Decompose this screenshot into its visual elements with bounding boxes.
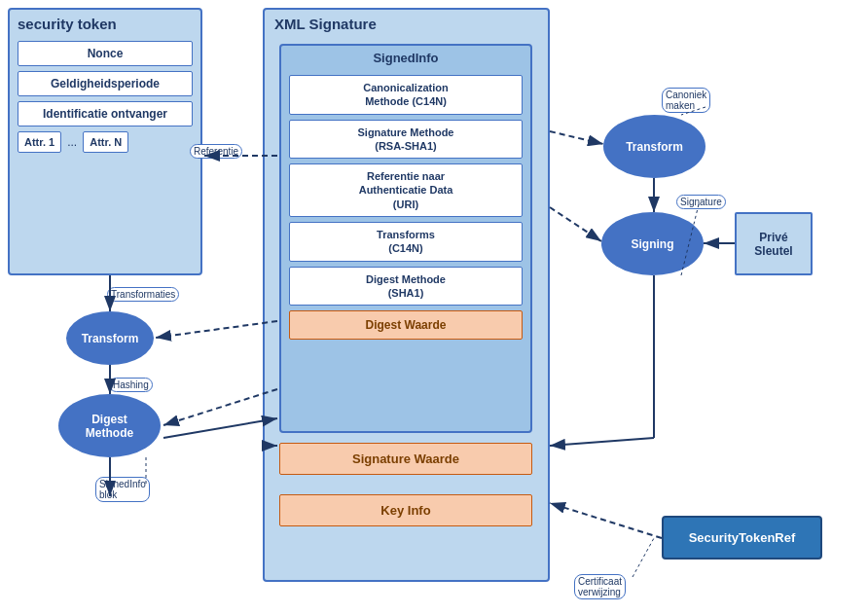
xml-signature-title: XML Signature (265, 10, 548, 36)
signed-info-box: SignedInfo CanonicalizationMethode (C14N… (279, 44, 532, 433)
key-info: Key Info (279, 494, 532, 526)
svg-line-9 (163, 389, 277, 425)
st-geldigheid: Geldigheidsperiode (18, 71, 193, 96)
signing-ellipse: Signing (601, 212, 704, 275)
label-canoniek-maken: Canoniekmaken (662, 88, 710, 113)
label-certificaat-verwijzing: Certificaatverwijzing (574, 574, 626, 599)
security-token-box: security token Nonce Geldigheidsperiode … (8, 8, 202, 275)
si-rsa-sha1: Signature Methode(RSA-SHA1) (289, 120, 523, 160)
st-attr1: Attr. 1 (18, 131, 61, 153)
xml-signature-box: XML Signature SignedInfo Canonicalizatio… (263, 8, 550, 582)
label-signature: Signature (676, 195, 726, 209)
svg-line-10 (550, 131, 603, 144)
st-attr-dots: ... (65, 131, 79, 153)
label-referentie: Referentie (190, 144, 242, 159)
transform-right-ellipse: Transform (603, 115, 705, 178)
si-c14n: CanonicalizationMethode (C14N) (289, 75, 523, 115)
si-digest-methode: Digest Methode(SHA1) (289, 267, 523, 307)
st-attrN: Attr. N (83, 131, 128, 153)
security-token-ref-box: SecurityTokenRef (662, 516, 822, 560)
transform-left-ellipse: Transform (66, 311, 154, 365)
si-transforms: Transforms(C14N) (289, 222, 523, 262)
security-token-title: security token (10, 10, 200, 36)
si-referentie: Referentie naarAuthenticatie Data(URI) (289, 163, 523, 217)
st-identificatie: Identificatie ontvanger (18, 101, 193, 126)
label-signedinfo-blok: SignedInfoblok (95, 477, 150, 502)
signature-waarde: Signature Waarde (279, 443, 532, 475)
svg-line-15 (550, 438, 654, 446)
svg-line-11 (550, 207, 601, 241)
diagram: security token Nonce Geldigheidsperiode … (0, 0, 868, 614)
svg-line-17 (550, 503, 662, 538)
svg-line-21 (633, 538, 654, 577)
svg-line-18 (163, 418, 277, 438)
label-transformaties: Transformaties (107, 287, 179, 302)
si-digest-waarde: Digest Waarde (289, 310, 523, 340)
digest-methode-ellipse: DigestMethode (58, 394, 161, 457)
prive-sleutel-box: PrivéSleutel (735, 212, 813, 275)
signed-info-title: SignedInfo (281, 46, 530, 70)
label-hashing: Hashing (109, 378, 153, 392)
st-attrs-row: Attr. 1 ... Attr. N (18, 131, 193, 153)
svg-line-8 (156, 321, 277, 338)
st-nonce: Nonce (18, 41, 193, 66)
